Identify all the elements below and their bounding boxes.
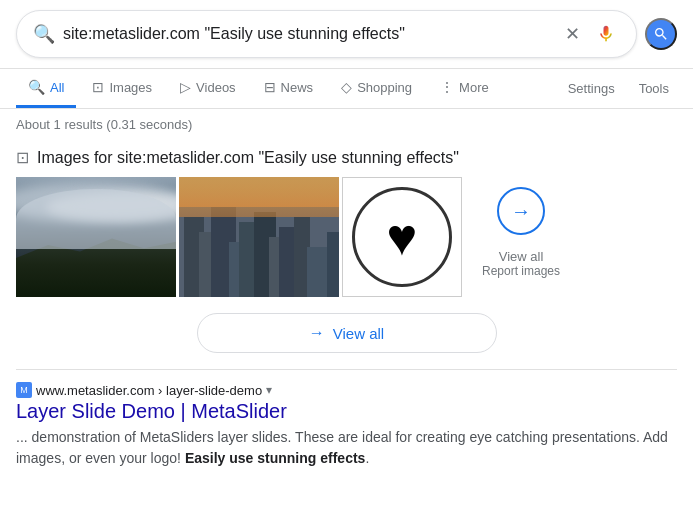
search-submit-icon [653, 26, 669, 42]
favicon: M [16, 382, 32, 398]
search-submit-button[interactable] [645, 18, 677, 50]
tab-images[interactable]: ⊡ Images [80, 69, 164, 108]
images-grid: ♥ [16, 177, 462, 297]
snippet-bold-text: Easily use stunning effects [185, 450, 366, 466]
settings-link[interactable]: Settings [560, 71, 623, 106]
tab-images-label: Images [109, 80, 152, 95]
images-section: ⊡ Images for site:metaslider.com "Easily… [0, 140, 693, 305]
view-all-btn-arrow-icon: → [309, 324, 325, 342]
image-thumb-2[interactable] [179, 177, 339, 297]
tab-videos[interactable]: ▷ Videos [168, 69, 248, 108]
all-icon: 🔍 [28, 79, 45, 95]
results-count: About 1 results (0.31 seconds) [16, 117, 192, 132]
clear-button[interactable]: ✕ [561, 19, 584, 49]
news-icon: ⊟ [264, 79, 276, 95]
search-result: M www.metaslider.com › layer-slide-demo … [0, 370, 693, 481]
tab-more-label: More [459, 80, 489, 95]
search-bar-icon: 🔍 [33, 23, 55, 45]
image-thumb-1[interactable] [16, 177, 176, 297]
images-header: ⊡ Images for site:metaslider.com "Easily… [16, 148, 677, 167]
more-icon: ⋮ [440, 79, 454, 95]
images-header-icon: ⊡ [16, 148, 29, 167]
videos-icon: ▷ [180, 79, 191, 95]
search-bar: 🔍 ✕ [0, 0, 693, 69]
tab-videos-label: Videos [196, 80, 236, 95]
view-all-container: → View all [0, 305, 693, 369]
search-input[interactable] [63, 25, 553, 43]
view-all-sidebar-label[interactable]: View all [499, 249, 544, 264]
tab-shopping-label: Shopping [357, 80, 412, 95]
tab-all[interactable]: 🔍 All [16, 69, 76, 108]
tab-shopping[interactable]: ◇ Shopping [329, 69, 424, 108]
images-icon: ⊡ [92, 79, 104, 95]
nav-tabs: 🔍 All ⊡ Images ▷ Videos ⊟ News ◇ Shoppin… [0, 69, 693, 109]
result-breadcrumb: www.metaslider.com › layer-slide-demo [36, 383, 262, 398]
tab-more[interactable]: ⋮ More [428, 69, 501, 108]
result-snippet: ... demonstration of MetaSliders layer s… [16, 427, 677, 469]
result-url: M www.metaslider.com › layer-slide-demo … [16, 382, 677, 398]
nav-settings: Settings Tools [560, 71, 677, 106]
results-info: About 1 results (0.31 seconds) [0, 109, 693, 140]
mic-icon [596, 24, 616, 44]
image-thumb-3[interactable]: ♥ [342, 177, 462, 297]
close-icon: ✕ [565, 23, 580, 45]
report-images-link[interactable]: Report images [482, 264, 560, 278]
result-title[interactable]: Layer Slide Demo | MetaSlider [16, 400, 677, 423]
view-all-arrow-button[interactable]: → [497, 187, 545, 235]
arrow-icon: → [511, 200, 531, 223]
tab-all-label: All [50, 80, 64, 95]
view-all-btn-label: View all [333, 325, 384, 342]
tab-news[interactable]: ⊟ News [252, 69, 326, 108]
images-content: ♥ → View all Report images [16, 177, 677, 297]
result-dropdown-icon[interactable]: ▾ [266, 383, 272, 397]
heart-circle: ♥ [352, 187, 452, 287]
tools-link[interactable]: Tools [631, 71, 677, 106]
heart-icon: ♥ [387, 211, 418, 263]
images-header-text: Images for site:metaslider.com "Easily u… [37, 149, 459, 167]
search-input-wrapper: 🔍 ✕ [16, 10, 637, 58]
voice-search-button[interactable] [592, 20, 620, 48]
view-all-button[interactable]: → View all [197, 313, 497, 353]
snippet-text-after: . [365, 450, 369, 466]
images-sidebar: → View all Report images [462, 177, 580, 288]
shopping-icon: ◇ [341, 79, 352, 95]
tab-news-label: News [281, 80, 314, 95]
